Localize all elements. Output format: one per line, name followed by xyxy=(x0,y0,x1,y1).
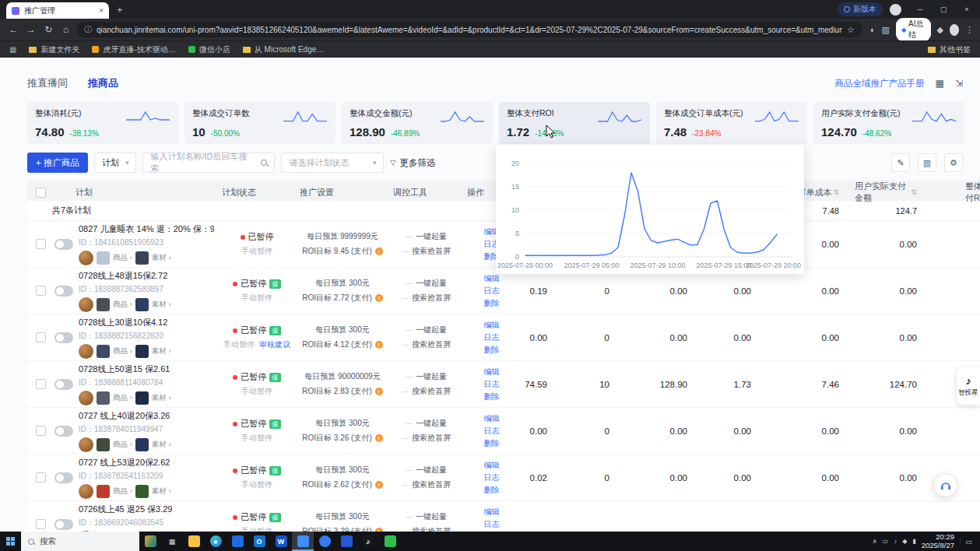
product-link[interactable]: 商品 › xyxy=(113,393,132,403)
window-maximize-button[interactable]: ▢ xyxy=(932,0,955,19)
action-link[interactable]: 日志 xyxy=(484,332,500,343)
action-link[interactable]: 删除 xyxy=(484,345,500,356)
bookmark-item[interactable]: 虎牙直播-技术驱动… xyxy=(92,44,175,55)
tool-item[interactable]: —搜索抢首屏 xyxy=(402,386,451,397)
tab-close-icon[interactable]: × xyxy=(99,6,104,15)
tool-item[interactable]: —搜索抢首屏 xyxy=(402,526,451,532)
fullscreen-icon[interactable]: ⇲ xyxy=(955,78,963,89)
material-link[interactable]: 素材 › xyxy=(152,440,171,450)
product-manual-link[interactable]: 商品全域推广产品手册 xyxy=(835,78,925,89)
window-close-button[interactable]: × xyxy=(955,0,978,19)
file-explorer-icon[interactable] xyxy=(183,532,205,551)
product-link[interactable]: 商品 › xyxy=(113,440,132,450)
tool-item[interactable]: —搜索抢首屏 xyxy=(402,339,451,350)
window-minimize-button[interactable]: ─ xyxy=(908,0,932,19)
tool-item[interactable]: —一键起量 xyxy=(406,278,447,289)
tool-item[interactable]: —搜索抢首屏 xyxy=(402,246,451,257)
grid-view-icon[interactable]: ▦ xyxy=(936,78,944,89)
browser-tab[interactable]: 推广管理 × xyxy=(6,2,109,19)
wechat-icon[interactable] xyxy=(379,532,401,551)
product-link[interactable]: 商品 › xyxy=(113,486,132,497)
favorite-star-icon[interactable]: ☆ xyxy=(847,25,855,35)
plan-status-select[interactable]: 请选择计划状态 ▾ xyxy=(281,153,384,173)
start-button[interactable] xyxy=(0,532,21,551)
plan-toggle[interactable] xyxy=(54,239,73,250)
material-link[interactable]: 素材 › xyxy=(152,486,171,497)
bookmark-item[interactable]: 微信小店 xyxy=(188,44,230,55)
back-icon[interactable]: ← xyxy=(6,24,20,35)
material-link[interactable]: 素材 › xyxy=(152,253,171,263)
stat-card[interactable]: 用户实际支付金额(元)124.70-48.62% xyxy=(813,102,964,144)
help-fab-button[interactable] xyxy=(933,473,957,497)
store-icon[interactable] xyxy=(227,532,248,551)
stat-card[interactable]: 整体成交订单成本(元)7.48-23.84% xyxy=(656,102,807,144)
product-link[interactable]: 商品 › xyxy=(113,300,132,310)
edge-browser-icon[interactable]: e xyxy=(205,532,227,551)
table-settings-icon[interactable]: ⚙ xyxy=(944,153,963,172)
action-link[interactable]: 删除 xyxy=(484,485,500,496)
select-all-checkbox[interactable] xyxy=(36,188,46,198)
tray-display-icon[interactable]: ▭ xyxy=(883,538,889,545)
action-link[interactable]: 日志 xyxy=(484,472,500,483)
stat-card[interactable]: 整体成交金额(元)128.90-46.89% xyxy=(342,102,493,144)
plan-name[interactable]: 0827 儿童睡衣 14% 退：20% 保：9.92 xyxy=(79,223,214,235)
notification-center-icon[interactable]: ▭ xyxy=(960,538,977,546)
row-checkbox[interactable] xyxy=(36,332,46,342)
plan-name[interactable]: 0728线上48退15保2.72 xyxy=(79,270,171,282)
row-checkbox[interactable] xyxy=(36,379,46,389)
plan-toggle[interactable] xyxy=(54,332,73,343)
other-bookmarks[interactable]: 其他书签 xyxy=(928,44,971,55)
row-checkbox[interactable] xyxy=(36,472,46,483)
sort-icon[interactable]: ⇅ xyxy=(833,188,839,196)
action-link[interactable]: 日志 xyxy=(484,519,500,530)
plan-name[interactable]: 0728线上30退10保4.12 xyxy=(79,317,171,328)
bookmark-item[interactable]: 从 Microsoft Edge… xyxy=(243,44,324,55)
browser-profile-avatar[interactable] xyxy=(890,4,901,16)
stat-card[interactable]: 整体消耗(元)74.80-38.13% xyxy=(27,102,178,144)
tray-network-icon[interactable]: ◆ xyxy=(902,538,907,545)
site-info-icon[interactable]: ⓘ xyxy=(84,24,92,35)
plan-toggle[interactable] xyxy=(54,379,73,390)
tray-expand-icon[interactable]: ∧ xyxy=(873,538,877,545)
split-screen-icon[interactable]: ▥ xyxy=(882,25,890,35)
task-view-icon[interactable]: ▦ xyxy=(161,532,183,551)
stat-card[interactable]: 整体支付ROI1.72-14.43% xyxy=(499,102,650,144)
action-link[interactable]: 编辑 xyxy=(484,413,500,424)
plan-toggle[interactable] xyxy=(54,286,73,297)
material-link[interactable]: 素材 › xyxy=(152,300,171,310)
plan-name[interactable]: 0728线上50退15 保2.61 xyxy=(79,363,171,375)
promote-product-button[interactable]: + 推广商品 xyxy=(27,153,88,173)
new-tab-button[interactable]: + xyxy=(117,4,123,16)
widgets-thumbnail[interactable] xyxy=(139,532,161,551)
action-link[interactable]: 日志 xyxy=(484,426,500,437)
material-link[interactable]: 素材 › xyxy=(152,346,171,356)
material-link[interactable]: 素材 › xyxy=(152,393,171,403)
new-version-badge[interactable]: 新版本 xyxy=(838,2,883,16)
custom-audience-icon[interactable]: ✎ xyxy=(891,153,910,172)
plan-name[interactable]: 0727 线上40退20保3.26 xyxy=(79,410,171,422)
stat-card[interactable]: 整体成交订单数10-50.00% xyxy=(184,102,335,144)
tray-volume-icon[interactable]: ♪ xyxy=(894,538,897,545)
plan-name[interactable]: 0727 线上53退20保2.62 xyxy=(79,457,171,469)
product-link[interactable]: 商品 › xyxy=(113,346,132,356)
url-bar[interactable]: ⓘ qianchuan.jinritemai.com/uni-prom?aavi… xyxy=(76,22,862,37)
assistant-widget[interactable]: ♪ 智投星 xyxy=(957,367,980,405)
extensions-icon[interactable]: ◆ xyxy=(937,25,943,35)
action-link[interactable]: 日志 xyxy=(484,379,500,390)
browser-essentials-icon[interactable]: ◐ xyxy=(870,25,876,34)
outlook-icon[interactable]: O xyxy=(248,532,270,551)
row-checkbox[interactable] xyxy=(36,519,46,529)
word-icon[interactable]: W xyxy=(270,532,292,551)
profile-avatar[interactable] xyxy=(950,24,959,36)
refresh-icon[interactable]: ↻ xyxy=(41,24,55,35)
apps-grid-icon[interactable]: ▦ xyxy=(9,45,16,54)
plan-toggle[interactable] xyxy=(54,426,73,437)
chat-app-icon[interactable] xyxy=(292,532,314,551)
action-link[interactable]: 编辑 xyxy=(484,273,500,284)
bookmark-item[interactable]: 新建文件夹 xyxy=(29,44,79,55)
home-icon[interactable]: ⌂ xyxy=(58,24,72,35)
tool-item[interactable]: —搜索抢首屏 xyxy=(402,479,451,490)
forward-icon[interactable]: → xyxy=(23,24,37,35)
tool-item[interactable]: —一键起量 xyxy=(406,231,447,242)
action-link[interactable]: 日志 xyxy=(484,286,500,297)
